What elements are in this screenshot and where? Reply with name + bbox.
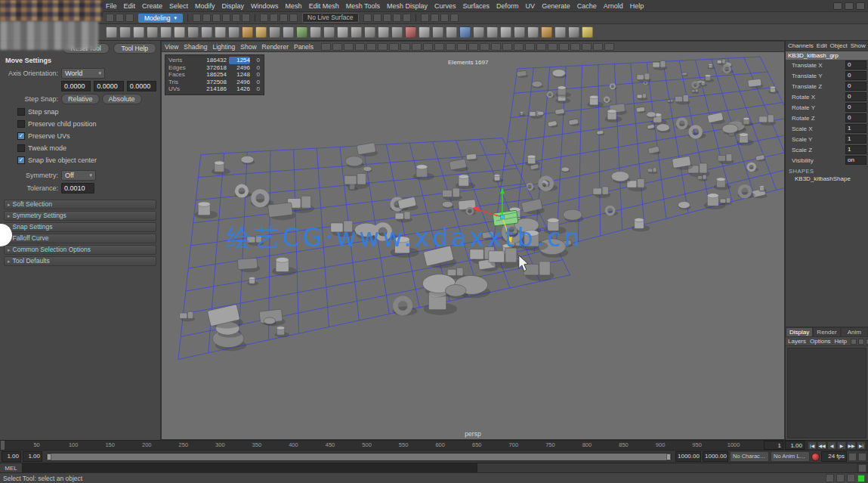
viewport-toolbar-icon[interactable] (559, 43, 569, 51)
shelf-icon[interactable] (405, 26, 416, 38)
layer-list[interactable] (787, 348, 866, 438)
viewport-toolbar-icon[interactable] (525, 43, 535, 51)
shelf-icon[interactable] (269, 26, 280, 38)
menu-item[interactable]: UV (526, 2, 536, 10)
viewport-toolbar-icon[interactable] (514, 43, 524, 51)
channel-row[interactable]: Rotate Z 0 (786, 113, 868, 123)
menu-item[interactable]: Curves (434, 2, 456, 10)
menu-item[interactable]: Modify (195, 2, 215, 10)
axis-orientation-dropdown[interactable]: World ▾ (61, 68, 105, 79)
layer-editor-menu-item[interactable]: Layers (788, 338, 806, 345)
menu-item[interactable]: Generate (542, 2, 570, 10)
viewport-toolbar-icon[interactable] (332, 43, 342, 51)
status-icon[interactable] (212, 14, 221, 22)
menu-item[interactable]: Cache (577, 2, 597, 10)
anim-layer-menu[interactable]: No Anim Layer (771, 451, 810, 462)
collapsed-section-header[interactable]: ▸Soft Selection (4, 200, 156, 209)
channel-value[interactable]: 0 (845, 82, 866, 91)
shelf-icon[interactable] (500, 26, 511, 38)
playback-button[interactable]: ▶▶ (847, 441, 856, 450)
tolerance-field[interactable]: 0.0010 (61, 183, 94, 194)
shelf-icon[interactable] (432, 26, 443, 38)
channel-row[interactable]: Scale Z 1 (786, 144, 868, 155)
playhead[interactable] (1, 441, 5, 450)
status-icon[interactable] (125, 14, 134, 22)
viewport-toolbar-icon[interactable] (389, 43, 399, 51)
status-icon[interactable] (232, 14, 240, 22)
playback-button[interactable]: ◀◀ (817, 441, 826, 450)
viewport-toolbar-icon[interactable] (536, 43, 546, 51)
playback-button[interactable]: ▶| (857, 441, 866, 450)
anim-end-field[interactable]: 1000.00 (703, 451, 728, 462)
viewport-toolbar-icon[interactable] (548, 43, 558, 51)
shelf-icon[interactable] (106, 26, 117, 38)
channel-value[interactable]: 0 (845, 60, 866, 70)
channel-value[interactable]: 0 (845, 113, 866, 122)
snap-option-button[interactable]: Relative (61, 94, 100, 104)
range-handle-right[interactable] (666, 454, 671, 460)
viewport-toolbar-icon[interactable] (355, 43, 365, 51)
layer-editor-menu-item[interactable]: Options (810, 338, 831, 345)
menu-item[interactable]: Edit (124, 2, 136, 10)
viewport-toolbar-icon[interactable] (378, 43, 388, 51)
layer-editor-tab[interactable]: Display (786, 327, 813, 337)
menu-item[interactable]: Mesh (286, 2, 302, 10)
status-icon[interactable] (280, 14, 288, 22)
shelf-icon[interactable] (133, 26, 144, 38)
tool-option-row[interactable]: ✓ Preserve UVs (17, 131, 156, 141)
menu-item[interactable]: Arnold (604, 2, 623, 10)
channel-box-menu-item[interactable]: Show (851, 42, 866, 49)
shelf-icon[interactable] (255, 26, 267, 38)
channel-value[interactable]: 1 (845, 124, 866, 133)
status-green-icon[interactable] (857, 475, 865, 482)
status-icon[interactable] (116, 14, 124, 22)
channel-row[interactable]: Rotate X 0 (786, 91, 868, 102)
checkbox[interactable] (17, 144, 25, 152)
status-icon[interactable] (202, 14, 211, 22)
playback-button[interactable]: |◀ (808, 441, 817, 450)
shelf-icon[interactable] (296, 26, 307, 38)
fps-field[interactable]: 24 fps (821, 451, 847, 462)
step-field[interactable]: 0.0000 (127, 81, 156, 91)
shelf-icon[interactable] (554, 26, 566, 38)
channel-box-menu-item[interactable]: Edit (817, 42, 827, 49)
status-icon[interactable] (431, 14, 439, 22)
menu-item[interactable]: Display (222, 2, 245, 10)
channel-value[interactable]: 0 (845, 92, 866, 101)
layer-editor-tab[interactable]: Anim (841, 327, 868, 337)
anim-start-field[interactable]: 1.00 (2, 451, 21, 462)
channel-value[interactable]: 0 (845, 103, 866, 112)
status-icon[interactable] (403, 14, 411, 22)
shelf-icon[interactable] (568, 26, 579, 38)
current-time-field[interactable]: 1.00 (785, 441, 805, 450)
shelf-icon[interactable] (473, 26, 484, 38)
menu-item[interactable]: Edit Mesh (309, 2, 339, 10)
shelf-icon[interactable] (419, 26, 430, 38)
current-frame-field[interactable]: 1 (764, 441, 783, 450)
status-icon[interactable] (193, 14, 201, 22)
shelf-icon[interactable] (160, 26, 171, 38)
shelf-icon[interactable] (364, 26, 375, 38)
shelf-icon[interactable] (310, 26, 321, 38)
panel-menu-item[interactable]: View (165, 43, 178, 51)
menu-item[interactable]: Surfaces (463, 2, 490, 10)
command-line-language-toggle[interactable]: MEL (0, 463, 23, 472)
shelf-icon[interactable] (514, 26, 525, 38)
checkbox[interactable]: ✓ (17, 156, 25, 164)
tool-help-button[interactable]: Tool Help (113, 43, 156, 54)
viewport-toolbar-icon[interactable] (457, 43, 467, 51)
viewport-panel[interactable]: ViewShadingLightingShowRendererPanels 绘艺… (161, 41, 785, 440)
checkbox[interactable] (17, 108, 25, 116)
shelf-icon[interactable] (119, 26, 131, 38)
collapsed-section-header[interactable]: ▸Common Selection Options (4, 245, 156, 255)
channel-value[interactable]: 0 (845, 71, 866, 80)
command-line-input[interactable] (23, 463, 477, 472)
channel-value[interactable]: on (845, 156, 866, 165)
grid-toggle-icon[interactable] (826, 474, 834, 482)
new-layer-selected-icon[interactable] (858, 339, 864, 345)
channel-row[interactable]: Translate Y 0 (786, 70, 868, 81)
channel-row[interactable]: Translate X 0 (786, 60, 868, 70)
live-surface-field[interactable]: No Live Surface (302, 13, 358, 23)
tool-option-row[interactable]: Tweak mode (17, 143, 156, 153)
shelf-icon[interactable] (446, 26, 457, 38)
